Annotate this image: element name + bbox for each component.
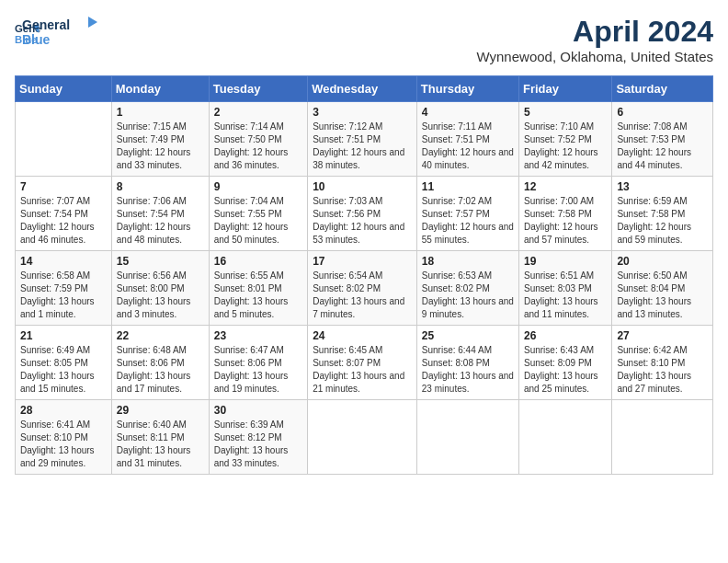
logo-svg: General Blue [22,15,105,52]
svg-marker-6 [88,17,97,28]
calendar-cell: 17Sunrise: 6:54 AMSunset: 8:02 PMDayligh… [308,251,417,326]
calendar-cell: 19Sunrise: 6:51 AMSunset: 8:03 PMDayligh… [518,251,611,326]
day-number: 2 [214,106,302,119]
calendar-cell: 23Sunrise: 6:47 AMSunset: 8:06 PMDayligh… [209,326,307,400]
calendar-header-row: SundayMondayTuesdayWednesdayThursdayFrid… [16,76,713,102]
svg-text:Blue: Blue [22,32,51,47]
calendar-week-1: 1Sunrise: 7:15 AMSunset: 7:49 PMDaylight… [16,102,713,177]
calendar-week-3: 14Sunrise: 6:58 AMSunset: 7:59 PMDayligh… [16,251,713,326]
calendar-cell [416,400,518,475]
calendar-cell: 3Sunrise: 7:12 AMSunset: 7:51 PMDaylight… [308,102,417,177]
page-header: General Blue General Blue April 2024 Wyn… [15,15,713,64]
day-number: 27 [617,329,708,342]
day-info: Sunrise: 7:11 AMSunset: 7:51 PMDaylight:… [422,121,514,172]
day-number: 24 [313,329,412,342]
calendar-cell: 30Sunrise: 6:39 AMSunset: 8:12 PMDayligh… [209,400,307,475]
calendar-cell: 6Sunrise: 7:08 AMSunset: 7:53 PMDaylight… [612,102,713,177]
day-number: 6 [617,106,708,119]
day-number: 11 [422,180,514,193]
calendar-cell: 24Sunrise: 6:45 AMSunset: 8:07 PMDayligh… [308,326,417,400]
day-number: 12 [524,180,607,193]
day-info: Sunrise: 6:56 AMSunset: 8:00 PMDaylight:… [117,270,204,321]
day-info: Sunrise: 6:42 AMSunset: 8:10 PMDaylight:… [617,344,708,396]
header-saturday: Saturday [612,76,713,102]
day-info: Sunrise: 7:03 AMSunset: 7:56 PMDaylight:… [313,195,412,247]
calendar-cell [308,400,417,475]
day-info: Sunrise: 7:07 AMSunset: 7:54 PMDaylight:… [20,195,107,247]
calendar-table: SundayMondayTuesdayWednesdayThursdayFrid… [15,75,713,475]
calendar-cell: 10Sunrise: 7:03 AMSunset: 7:56 PMDayligh… [308,177,417,251]
day-number: 20 [617,255,708,268]
calendar-week-4: 21Sunrise: 6:49 AMSunset: 8:05 PMDayligh… [16,326,713,400]
calendar-cell: 5Sunrise: 7:10 AMSunset: 7:52 PMDaylight… [518,102,611,177]
day-number: 18 [422,255,514,268]
day-info: Sunrise: 7:06 AMSunset: 7:54 PMDaylight:… [117,195,204,247]
calendar-cell: 16Sunrise: 6:55 AMSunset: 8:01 PMDayligh… [209,251,307,326]
day-info: Sunrise: 7:02 AMSunset: 7:57 PMDaylight:… [422,195,514,247]
day-number: 23 [214,329,302,342]
calendar-cell [612,400,713,475]
day-number: 26 [524,329,607,342]
day-info: Sunrise: 6:49 AMSunset: 8:05 PMDaylight:… [20,344,107,396]
calendar-cell [16,102,112,177]
day-info: Sunrise: 6:45 AMSunset: 8:07 PMDaylight:… [313,344,412,396]
day-number: 22 [117,329,204,342]
day-info: Sunrise: 6:47 AMSunset: 8:06 PMDaylight:… [214,344,302,396]
calendar-cell: 25Sunrise: 6:44 AMSunset: 8:08 PMDayligh… [416,326,518,400]
day-info: Sunrise: 6:50 AMSunset: 8:04 PMDaylight:… [617,270,708,321]
calendar-cell: 1Sunrise: 7:15 AMSunset: 7:49 PMDaylight… [111,102,209,177]
day-info: Sunrise: 6:58 AMSunset: 7:59 PMDaylight:… [20,270,107,321]
header-thursday: Thursday [416,76,518,102]
day-number: 5 [524,106,607,119]
header-wednesday: Wednesday [308,76,417,102]
day-number: 28 [20,404,107,417]
calendar-cell: 22Sunrise: 6:48 AMSunset: 8:06 PMDayligh… [111,326,209,400]
calendar-cell: 28Sunrise: 6:41 AMSunset: 8:10 PMDayligh… [16,400,112,475]
day-number: 1 [117,106,204,119]
day-number: 7 [20,180,107,193]
day-info: Sunrise: 6:55 AMSunset: 8:01 PMDaylight:… [214,270,302,321]
day-number: 29 [117,404,204,417]
day-number: 13 [617,180,708,193]
svg-text:General: General [22,17,70,32]
page-subtitle: Wynnewood, Oklahoma, United States [477,49,714,64]
day-number: 3 [313,106,412,119]
day-info: Sunrise: 6:43 AMSunset: 8:09 PMDaylight:… [524,344,607,396]
day-number: 4 [422,106,514,119]
day-number: 25 [422,329,514,342]
day-info: Sunrise: 7:00 AMSunset: 7:58 PMDaylight:… [524,195,607,247]
day-info: Sunrise: 6:48 AMSunset: 8:06 PMDaylight:… [117,344,204,396]
calendar-cell: 26Sunrise: 6:43 AMSunset: 8:09 PMDayligh… [518,326,611,400]
day-number: 19 [524,255,607,268]
day-info: Sunrise: 6:54 AMSunset: 8:02 PMDaylight:… [313,270,412,321]
calendar-cell: 12Sunrise: 7:00 AMSunset: 7:58 PMDayligh… [518,177,611,251]
day-number: 17 [313,255,412,268]
day-number: 8 [117,180,204,193]
day-info: Sunrise: 6:51 AMSunset: 8:03 PMDaylight:… [524,270,607,321]
day-number: 9 [214,180,302,193]
logo: General Blue General Blue [15,15,105,52]
calendar-cell: 15Sunrise: 6:56 AMSunset: 8:00 PMDayligh… [111,251,209,326]
day-number: 30 [214,404,302,417]
calendar-cell: 18Sunrise: 6:53 AMSunset: 8:02 PMDayligh… [416,251,518,326]
header-sunday: Sunday [16,76,112,102]
calendar-cell: 13Sunrise: 6:59 AMSunset: 7:58 PMDayligh… [612,177,713,251]
calendar-cell: 4Sunrise: 7:11 AMSunset: 7:51 PMDaylight… [416,102,518,177]
calendar-cell: 8Sunrise: 7:06 AMSunset: 7:54 PMDaylight… [111,177,209,251]
day-info: Sunrise: 6:39 AMSunset: 8:12 PMDaylight:… [214,419,302,470]
day-info: Sunrise: 6:40 AMSunset: 8:11 PMDaylight:… [117,419,204,470]
day-info: Sunrise: 7:15 AMSunset: 7:49 PMDaylight:… [117,121,204,172]
calendar-cell: 11Sunrise: 7:02 AMSunset: 7:57 PMDayligh… [416,177,518,251]
calendar-cell: 27Sunrise: 6:42 AMSunset: 8:10 PMDayligh… [612,326,713,400]
day-info: Sunrise: 6:44 AMSunset: 8:08 PMDaylight:… [422,344,514,396]
day-info: Sunrise: 7:04 AMSunset: 7:55 PMDaylight:… [214,195,302,247]
day-info: Sunrise: 6:53 AMSunset: 8:02 PMDaylight:… [422,270,514,321]
day-info: Sunrise: 6:59 AMSunset: 7:58 PMDaylight:… [617,195,708,247]
calendar-cell: 9Sunrise: 7:04 AMSunset: 7:55 PMDaylight… [209,177,307,251]
header-monday: Monday [111,76,209,102]
day-info: Sunrise: 7:14 AMSunset: 7:50 PMDaylight:… [214,121,302,172]
day-number: 15 [117,255,204,268]
calendar-cell [518,400,611,475]
page-title: April 2024 [477,15,714,49]
day-number: 14 [20,255,107,268]
